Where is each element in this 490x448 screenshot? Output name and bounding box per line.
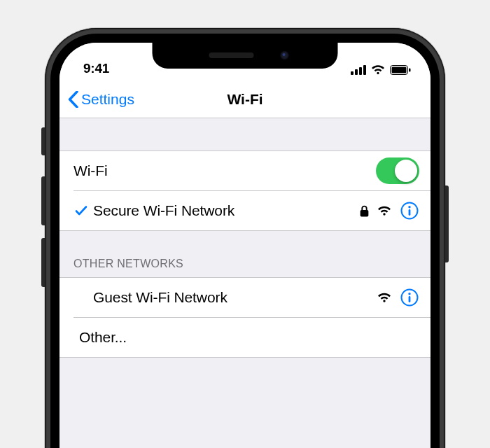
svg-rect-2 bbox=[359, 67, 362, 75]
network-row[interactable]: Guest Wi-Fi Network bbox=[59, 278, 430, 317]
wifi-status-icon bbox=[371, 65, 385, 75]
wifi-signal-icon bbox=[377, 293, 391, 303]
back-label: Settings bbox=[81, 91, 134, 108]
lock-icon bbox=[360, 205, 369, 217]
screen: 9:41 bbox=[59, 43, 430, 448]
section-gap bbox=[59, 118, 430, 150]
svg-rect-3 bbox=[363, 65, 366, 75]
wifi-signal-icon bbox=[377, 206, 391, 216]
svg-rect-13 bbox=[409, 296, 411, 302]
phone-frame: 9:41 bbox=[45, 28, 445, 448]
battery-status-icon bbox=[390, 65, 411, 75]
svg-rect-0 bbox=[351, 71, 354, 75]
network-name: Guest Wi-Fi Network bbox=[93, 289, 377, 306]
connected-network-name: Secure Wi-Fi Network bbox=[93, 202, 360, 219]
front-camera bbox=[280, 51, 288, 59]
notch bbox=[153, 43, 338, 69]
other-networks-group: Guest Wi-Fi Network bbox=[59, 277, 430, 358]
svg-rect-6 bbox=[409, 69, 411, 72]
side-button bbox=[445, 186, 449, 262]
speaker-grill bbox=[209, 52, 253, 58]
svg-rect-1 bbox=[355, 69, 358, 75]
svg-rect-7 bbox=[360, 209, 369, 216]
info-icon bbox=[400, 288, 419, 307]
volume-up-button bbox=[41, 176, 45, 225]
connected-network-row[interactable]: Secure Wi-Fi Network bbox=[74, 190, 430, 230]
status-clock: 9:41 bbox=[83, 61, 109, 76]
network-info-button[interactable] bbox=[400, 288, 419, 307]
volume-down-button bbox=[41, 238, 45, 287]
svg-point-12 bbox=[408, 293, 410, 295]
network-info-button[interactable] bbox=[400, 201, 419, 220]
wifi-toggle-label: Wi-Fi bbox=[74, 162, 376, 179]
wifi-main-group: Wi-Fi Secure Wi-Fi Network bbox=[59, 150, 430, 231]
other-network-row[interactable]: Other... bbox=[74, 317, 430, 357]
other-networks-header: Other Networks bbox=[59, 231, 430, 277]
back-button[interactable]: Settings bbox=[59, 91, 134, 108]
info-icon bbox=[400, 202, 419, 220]
wifi-toggle-row[interactable]: Wi-Fi bbox=[59, 151, 430, 190]
other-network-label: Other... bbox=[79, 329, 419, 346]
mute-switch bbox=[41, 127, 45, 155]
svg-rect-10 bbox=[409, 209, 411, 216]
wifi-switch[interactable] bbox=[376, 158, 419, 184]
checkmark-icon bbox=[74, 204, 88, 218]
svg-rect-5 bbox=[392, 67, 407, 74]
cellular-signal-icon bbox=[351, 65, 366, 75]
svg-point-9 bbox=[408, 206, 410, 208]
nav-bar: Settings Wi-Fi bbox=[59, 80, 430, 118]
chevron-left-icon bbox=[68, 91, 78, 108]
